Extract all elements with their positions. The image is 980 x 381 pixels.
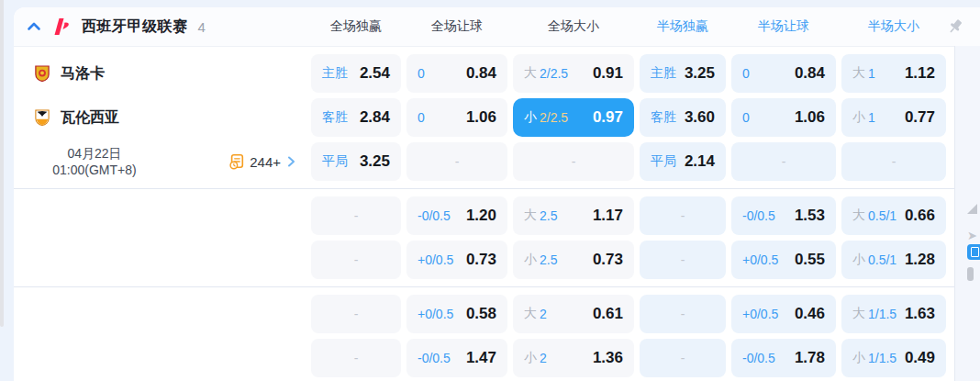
odds-label: +0/0.5 (742, 252, 778, 267)
empty-odds: - (681, 252, 685, 267)
cell-half-win-home[interactable]: 主胜 3.25 (640, 54, 726, 93)
ou-direction: 大 (852, 207, 865, 224)
cell-full-ou-under-alt[interactable]: 小 2.5 0.73 (513, 241, 634, 279)
cell-half-handicap-away-line3[interactable]: -0/0.5 1.78 (731, 339, 836, 377)
cell-half-ou-under-alt[interactable]: 小 0.5/1 1.28 (841, 241, 946, 279)
empty-odds: - (681, 351, 685, 365)
odds-label: 0 (742, 66, 750, 81)
ou-line: 1 (868, 110, 875, 125)
cell-full-handicap-home-line3[interactable]: +0/0.5 0.58 (406, 295, 507, 333)
section-divider (14, 286, 954, 287)
ou-line: 2/2.5 (540, 66, 568, 81)
odds-value: 2.84 (360, 108, 390, 127)
league-odds-card: 西班牙甲级联赛 4 全场独赢 全场让球 全场大小 半场独赢 半场让球 半场大小 (14, 7, 980, 381)
empty-slot (14, 295, 306, 333)
cell-full-win-home[interactable]: 主胜 2.54 (311, 54, 401, 93)
cell-half-ou-over-line3[interactable]: 大 1/1.5 1.63 (841, 295, 946, 333)
cell-empty: - (640, 339, 726, 377)
empty-odds: - (681, 307, 685, 321)
cell-half-ou-under[interactable]: 小 1 0.77 (841, 98, 946, 137)
odds-value: 0.61 (593, 305, 623, 323)
odds-value: 2.14 (685, 152, 715, 171)
cell-full-ou-under-selected[interactable]: 小 2/2.5 0.97 (513, 98, 634, 137)
cell-full-win-away[interactable]: 客胜 2.84 (311, 98, 401, 137)
rail-send-icon[interactable]: ➤ (967, 229, 977, 242)
section-divider (14, 188, 954, 189)
odds-label: 平局 (322, 153, 348, 170)
cell-full-ou-over[interactable]: 大 2/2.5 0.91 (513, 54, 634, 93)
ou-line: 2/2.5 (540, 110, 568, 125)
odds-row-line3-a: - +0/0.5 0.58 大 2 0.61 - +0/0.5 0.46 (14, 295, 954, 333)
odds-label: 客胜 (651, 109, 676, 126)
odds-label: 0 (418, 66, 425, 81)
cell-half-handicap-home-line3[interactable]: +0/0.5 0.46 (731, 295, 836, 333)
cell-half-handicap-away[interactable]: 0 1.06 (731, 98, 836, 137)
odds-row-line2-b: - +0/0.5 0.73 小 2.5 0.73 - +0/0.5 0.55 (14, 241, 954, 279)
cell-empty: - (640, 295, 726, 333)
odds-label: -0/0.5 (418, 351, 451, 365)
rail-flag-icon[interactable] (967, 204, 977, 214)
ou-line: 2 (540, 351, 547, 365)
cell-half-handicap-home[interactable]: 0 0.84 (731, 54, 836, 93)
odds-value: 1.17 (593, 207, 623, 225)
odds-value: 0.46 (795, 305, 825, 323)
cell-full-handicap-away-line3[interactable]: -0/0.5 1.47 (406, 339, 507, 377)
odds-value: 0.49 (905, 349, 935, 367)
empty-odds: - (455, 154, 460, 169)
collapse-chevron-icon[interactable] (27, 19, 41, 34)
cell-half-ou-under-line3[interactable]: 小 1/1.5 0.49 (841, 339, 946, 377)
odds-value: 0.66 (905, 207, 935, 225)
odds-value: 1.06 (795, 108, 825, 127)
empty-odds: - (354, 307, 359, 321)
page-scrollbar[interactable] (0, 0, 4, 327)
odds-label: 主胜 (651, 65, 676, 82)
league-header: 西班牙甲级联赛 4 全场独赢 全场让球 全场大小 半场独赢 半场让球 半场大小 (14, 7, 980, 47)
cell-full-handicap-away[interactable]: 0 1.06 (406, 98, 507, 137)
rail-handle-icon[interactable] (967, 267, 974, 281)
cell-full-ou-over-line3[interactable]: 大 2 0.61 (513, 295, 634, 333)
odds-label: -0/0.5 (418, 208, 451, 223)
rail-betslip-badge-icon[interactable] (967, 244, 980, 260)
cell-full-handicap-home[interactable]: 0 0.84 (406, 54, 507, 93)
ou-line: 0.5/1 (868, 252, 896, 267)
cell-full-ou-over-alt[interactable]: 大 2.5 1.17 (513, 196, 634, 235)
cell-half-ou-over-alt[interactable]: 大 0.5/1 0.66 (841, 196, 946, 235)
cell-half-handicap-home-alt[interactable]: -0/0.5 1.53 (731, 196, 836, 235)
cell-full-win-draw[interactable]: 平局 3.25 (311, 142, 401, 181)
odds-label: 客胜 (322, 109, 348, 126)
cell-half-win-away[interactable]: 客胜 3.60 (640, 98, 726, 137)
cell-empty: - (311, 339, 401, 377)
empty-odds: - (354, 208, 359, 223)
odds-label: +0/0.5 (418, 252, 453, 267)
match-meta: 04月22日 01:00(GMT+8) 244+ (14, 142, 306, 181)
ou-direction: 大 (524, 207, 537, 224)
odds-value: 0.91 (593, 64, 623, 83)
odds-value: 3.25 (685, 64, 715, 83)
ou-direction: 小 (852, 109, 865, 126)
cell-full-ou-under-line3[interactable]: 小 2 1.36 (513, 339, 634, 377)
odds-value: 0.55 (795, 251, 825, 269)
empty-odds: - (681, 208, 685, 223)
ou-direction: 大 (524, 65, 537, 82)
cell-full-handicap-home-alt[interactable]: -0/0.5 1.20 (406, 196, 507, 235)
pin-icon[interactable] (946, 17, 964, 36)
cell-empty: - (311, 196, 401, 235)
cell-full-handicap-away-alt[interactable]: +0/0.5 0.73 (406, 241, 507, 279)
cell-half-ou-over[interactable]: 大 1 1.12 (841, 54, 946, 93)
away-team: 瓦伦西亚 (14, 98, 306, 137)
odds-value: 2.54 (360, 64, 390, 83)
ou-direction: 小 (852, 252, 865, 268)
cell-empty: - (640, 196, 726, 235)
markets-icon (228, 153, 245, 170)
odds-value: 1.53 (795, 207, 825, 225)
cell-half-win-draw[interactable]: 平局 2.14 (640, 142, 726, 181)
more-markets-button[interactable]: 244+ (228, 153, 296, 170)
cell-empty: - (513, 142, 634, 181)
col-header-half-ou: 半场大小 (841, 18, 946, 35)
empty-slot (14, 241, 306, 279)
odds-value: 0.73 (593, 251, 623, 269)
home-team: 马洛卡 (14, 54, 306, 93)
odds-value: 0.58 (466, 305, 496, 323)
ou-line: 1/1.5 (868, 351, 896, 365)
cell-half-handicap-away-alt[interactable]: +0/0.5 0.55 (731, 241, 836, 279)
